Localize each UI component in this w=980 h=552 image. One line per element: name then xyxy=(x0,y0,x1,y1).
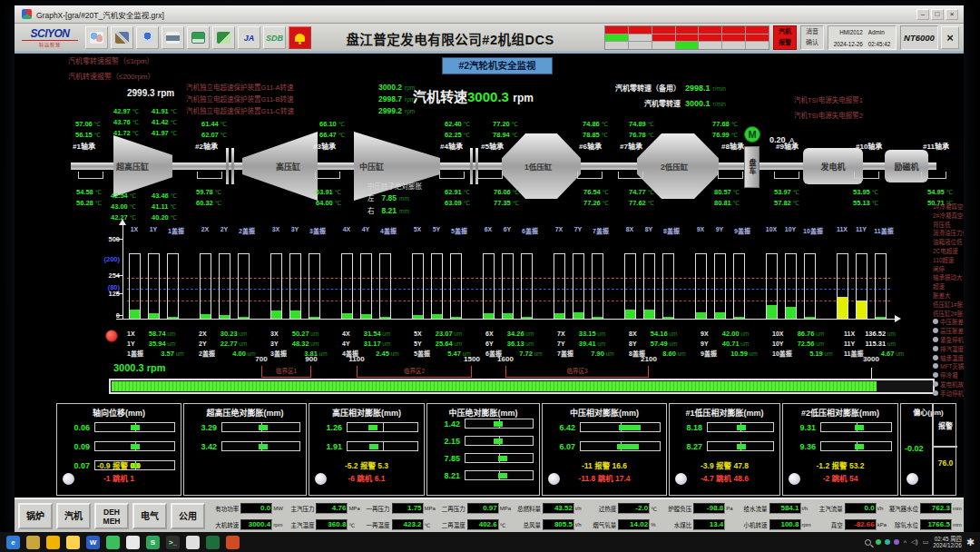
restore-button[interactable]: □ xyxy=(931,9,944,20)
lamp-icon xyxy=(933,328,938,333)
alarm-grid-cell[interactable] xyxy=(629,26,652,34)
alarm-grid-cell[interactable] xyxy=(676,34,699,42)
app-yellow-icon[interactable] xyxy=(46,536,60,549)
vibration-bar-fill xyxy=(503,313,513,319)
measurement-unit: MPa xyxy=(424,506,436,511)
printer-icon[interactable] xyxy=(162,26,184,49)
tray-app-icon[interactable] xyxy=(894,539,899,545)
notepad-icon[interactable] xyxy=(126,536,140,549)
alarm-grid-cell[interactable] xyxy=(746,26,769,34)
alarm-grid-cell[interactable] xyxy=(746,34,769,42)
alarm-grid-cell[interactable] xyxy=(699,34,721,42)
ja-logo[interactable]: JA xyxy=(238,26,260,49)
vibration-bar-outline xyxy=(804,253,816,319)
nav-button-3[interactable]: DEH MEH xyxy=(94,503,129,529)
vibration-bar-label: 4盖振 xyxy=(380,226,397,235)
measurement-value: 4.76 xyxy=(316,503,348,514)
panel-gauge-row: 2.15 xyxy=(431,436,534,446)
panel-status-lamp xyxy=(63,473,74,485)
alarm-list-item: 中压胀差大 xyxy=(933,318,964,327)
app-dark-green-icon[interactable] xyxy=(206,536,220,549)
status-measurement: 二再温度402.6℃ xyxy=(436,518,511,532)
app-colorful-icon[interactable] xyxy=(226,536,240,549)
measurement-value: 43.52 xyxy=(543,503,574,514)
system-tray[interactable]: ^ ◁) ▭ 02:45 周四 2024/12/26 ✱ xyxy=(865,532,975,552)
taskbar-clock[interactable]: 02:45 周四 2024/12/26 xyxy=(933,536,962,549)
edge-browser-icon[interactable]: e xyxy=(6,536,20,549)
bearing-temps-bottom: 76.06℃77.35℃ xyxy=(494,185,519,207)
nav-button-4[interactable]: 电气 xyxy=(132,503,167,529)
panel-gauge-track xyxy=(580,422,661,432)
nav-button-1[interactable]: 锅炉 xyxy=(18,503,53,529)
panel-gauge-marker xyxy=(369,444,378,449)
monitor-icon[interactable] xyxy=(187,26,210,49)
alarm-bell-icon[interactable] xyxy=(289,26,311,49)
close-icon[interactable]: × xyxy=(946,9,958,20)
alarm-grid-cell[interactable] xyxy=(652,42,675,49)
alarm-grid-cell[interactable] xyxy=(699,26,721,34)
status-measurement: 凝汽器水位762.3mm xyxy=(888,501,964,516)
vibration-bar-outline xyxy=(431,253,443,319)
measurement-label: 有功功率 xyxy=(209,504,240,513)
terminal-icon[interactable]: >_ xyxy=(166,536,180,549)
alarm-grid-cell[interactable] xyxy=(676,26,699,34)
status-measurement: 一再温度423.2℃ xyxy=(359,518,435,532)
bearing-bracket xyxy=(197,172,222,179)
vibration-bar-fill xyxy=(805,317,815,319)
main-speed-readout: 汽机转速3000.3 rpm xyxy=(413,86,534,105)
measurement-value: 0.0 xyxy=(240,503,272,514)
alarm-list-item: 1#冷凝真空低 xyxy=(933,202,964,212)
alarm-grid-cell[interactable] xyxy=(605,26,628,34)
alarm-grid-cell[interactable] xyxy=(605,42,628,49)
alarm-ack-button[interactable]: 消音 确认 xyxy=(800,25,824,50)
operator-icon[interactable] xyxy=(136,26,159,49)
settings-gear-icon[interactable]: ✱ xyxy=(966,537,975,548)
panel-title: 偏心(μm) xyxy=(901,407,956,417)
docs-icon[interactable] xyxy=(212,26,235,49)
alarm-grid-cell[interactable] xyxy=(746,42,769,49)
toolbar-close-button[interactable]: × xyxy=(941,26,959,49)
network-icon[interactable]: ▭ xyxy=(923,538,929,546)
alarm-grid-cell[interactable] xyxy=(652,26,675,34)
document-icon[interactable] xyxy=(186,536,200,549)
alarm-grid-cell[interactable] xyxy=(699,42,721,49)
nav-button-5[interactable]: 公用 xyxy=(171,503,205,529)
tsi-power-alarm-1: 汽机TSI电源失电报警1 xyxy=(794,94,863,104)
vibration-bar-fill xyxy=(451,317,461,319)
turbine-trip-indicator[interactable]: 汽机 报警 xyxy=(773,25,797,50)
vibration-bar-fill xyxy=(413,315,423,319)
alarm-grid-cell[interactable] xyxy=(629,42,652,49)
vibration-bar-label: 10Y xyxy=(785,226,796,232)
tray-app-icon[interactable] xyxy=(885,539,890,545)
nav-button-2[interactable]: 汽机 xyxy=(56,503,91,529)
minimize-button[interactable]: – xyxy=(916,9,929,20)
tools-icon[interactable] xyxy=(111,26,133,49)
chevron-up-icon[interactable]: ^ xyxy=(904,539,906,546)
sdb-logo[interactable]: SDB xyxy=(263,26,286,49)
word-icon[interactable]: W xyxy=(86,536,100,549)
speed-tick-label: 1500 xyxy=(464,355,480,363)
status-measurement: 除氧水位1766.5mm xyxy=(888,518,964,532)
speaker-icon[interactable]: ◁) xyxy=(911,538,918,546)
measurement-unit: t/h xyxy=(574,506,586,511)
alarm-grid-cell[interactable] xyxy=(722,34,745,42)
vibration-value-cell: 9盖振10.59 um xyxy=(701,343,770,360)
tray-app-icon[interactable] xyxy=(876,539,881,545)
alarm-grid-cell[interactable] xyxy=(629,34,652,42)
alarm-grid-cell[interactable] xyxy=(722,42,745,49)
alarm-grid-cell[interactable] xyxy=(605,34,628,42)
wechat-icon[interactable] xyxy=(106,536,120,549)
bearing-temps-bottom: 80.57℃80.81℃ xyxy=(714,185,740,207)
lp1-cylinder-label: 1低压缸 xyxy=(524,161,552,172)
alarm-grid-cell[interactable] xyxy=(676,42,699,49)
app-gold-icon[interactable] xyxy=(66,536,80,549)
app-s-icon[interactable]: S xyxy=(146,536,160,549)
folder-icon[interactable] xyxy=(26,536,40,549)
search-icon[interactable] xyxy=(865,539,871,546)
bearing-temps-bottom: 63.91℃64.00℃ xyxy=(316,185,341,207)
measurement-label: 真空 xyxy=(813,520,845,529)
alarm-grid-cell[interactable] xyxy=(652,34,675,42)
users-icon[interactable] xyxy=(85,26,108,49)
alarm-grid-cell[interactable] xyxy=(722,26,745,34)
sciyon-logo: SCIYON 科远智慧 xyxy=(22,27,78,47)
